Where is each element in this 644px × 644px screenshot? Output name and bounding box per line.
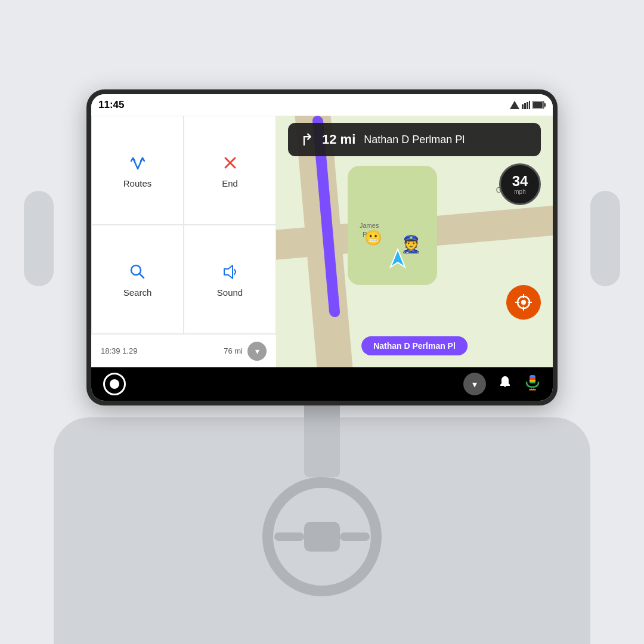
svg-rect-23 [531,387,532,389]
handle-right [590,191,620,286]
svg-rect-28 [530,380,535,382]
svg-rect-29 [530,382,535,383]
bottom-info-bar: 18:39 1.29 76 mi ▾ [91,334,276,367]
svg-rect-25 [529,389,536,391]
svg-marker-15 [391,249,405,267]
sound-button[interactable]: Sound [184,225,276,334]
svg-line-13 [140,274,144,278]
sound-label: Sound [217,287,243,298]
svg-rect-3 [527,102,528,109]
svg-rect-24 [534,387,535,389]
end-button[interactable]: End [184,116,276,225]
search-icon [127,261,148,283]
collapse-chevron-icon: ▾ [472,379,477,390]
battery-icon [532,101,546,109]
expand-chevron-icon: ▾ [255,346,259,356]
search-label: Search [123,287,152,298]
screen-inner: 11:45 [91,94,553,401]
svg-marker-14 [224,265,233,278]
speed-badge: 34 mph [499,163,541,205]
microphone-button[interactable] [524,374,541,395]
home-icon [110,379,119,389]
location-icon [515,293,532,311]
routes-icon [127,152,148,174]
notification-button[interactable] [498,375,512,393]
search-button[interactable]: Search [91,225,184,334]
time-display: 11:45 [98,99,124,111]
waze-alert-emoji: 😬 [364,230,382,246]
distance-text: 76 mi [224,346,243,355]
status-icons [510,101,546,109]
mic-icon [524,374,541,391]
nav-distance: 12 mi [322,132,355,147]
routes-label: Routes [123,178,152,188]
end-label: End [222,178,238,188]
expand-button[interactable]: ▾ [247,342,267,361]
svg-rect-26 [530,375,535,377]
end-icon [219,152,241,174]
navigation-arrow [387,248,408,272]
steering-spoke-left [274,532,304,541]
status-bar: 11:45 [91,94,553,116]
svg-rect-4 [529,101,530,109]
nav-instruction-banner: ↱ 12 mi Nathan D Perlman Pl [288,123,541,156]
speed-number: 34 [512,174,528,188]
collapse-button[interactable]: ▾ [463,373,486,395]
svg-rect-27 [530,377,535,380]
handle-left [24,191,54,286]
svg-rect-1 [522,104,524,109]
dashboard-background: 11:45 [0,0,644,644]
routes-button[interactable]: Routes [91,116,184,225]
nav-bottom-right-controls: ▾ [463,373,541,395]
left-panel: Routes End [91,116,276,367]
sound-icon [219,261,241,283]
svg-rect-7 [544,103,546,107]
steering-spoke-right [340,532,370,541]
map-area: Great Mall James Park ↱ 12 mi Nathan D P… [276,116,553,367]
home-button[interactable] [103,373,126,395]
nav-bottom-bar: ▾ [91,367,553,401]
current-street-pill: Nathan D Perlman Pl [361,336,467,355]
menu-bottom-row: Search Sound [91,225,276,334]
svg-rect-2 [524,103,526,109]
turn-arrow-icon: ↱ [300,130,314,150]
steering-wheel-center [304,522,340,552]
svg-point-17 [521,300,526,305]
eta-text: 18:39 1.29 [101,346,137,355]
speed-unit: mph [514,188,525,195]
nav-street-name: Nathan D Perlman Pl [364,134,465,146]
steering-wheel [256,477,388,596]
bell-icon [498,375,512,389]
location-button[interactable] [506,285,541,320]
menu-top-row: Routes End [91,116,276,225]
cellular-icon [522,101,530,109]
svg-marker-0 [510,101,519,109]
signal-icon [510,101,519,109]
screen-device: 11:45 [86,89,558,405]
svg-rect-6 [533,102,543,108]
